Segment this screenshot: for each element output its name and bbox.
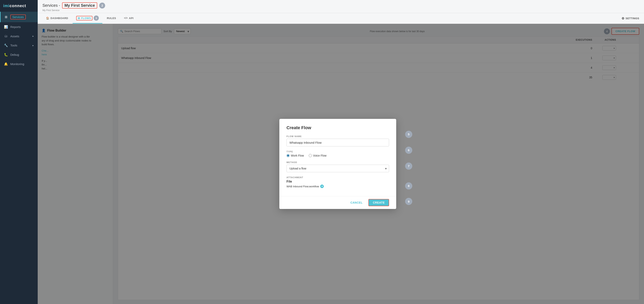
sidebar-item-label: Monitoring [10, 62, 24, 66]
tools-icon: 🔧 [4, 44, 8, 47]
content-area: 👤 Flow Builder Flow builder is a visual … [38, 24, 644, 304]
method-select[interactable]: Upload a flow Create new Import [286, 165, 389, 172]
services-icon: ⊞ [4, 15, 8, 19]
monitoring-icon: 🔔 [4, 62, 8, 66]
file-section-title: File [286, 180, 389, 183]
attachment-label: ATTACHMENT [286, 176, 389, 178]
top-header: Services - My First Service 2 My First S… [38, 0, 644, 13]
sidebar: imiconnect ⊞ Services 📊 Reports 🗂 Assets… [0, 0, 38, 304]
radio-work-input[interactable] [286, 154, 290, 157]
type-group: TYPE Work Flow Voice Flow [286, 150, 389, 157]
radio-voice-label: Voice Flow [313, 154, 326, 157]
main-area: Services - My First Service 2 My First S… [38, 0, 644, 304]
api-icon: </> [124, 17, 128, 20]
method-label: METHOD [286, 161, 389, 164]
step-badge-3: 3 [94, 16, 99, 21]
tab-dashboard[interactable]: 🏠 DASHBOARD [42, 14, 72, 22]
method-group: METHOD Upload a flow Create new Import [286, 161, 389, 172]
sidebar-item-label: Services [10, 14, 26, 20]
chevron-right-icon: ▸ [32, 35, 34, 38]
radio-group: Work Flow Voice Flow [286, 154, 389, 157]
modal-body: Create Flow FLOW NAME TYPE [279, 119, 396, 196]
file-chip: WAB Inbound Flow.workflow ✕ [286, 184, 324, 188]
file-remove-button[interactable]: ✕ [320, 184, 324, 188]
step-badge-2: 2 [99, 2, 105, 8]
tab-rules[interactable]: RULES [103, 14, 120, 22]
home-icon: 🏠 [46, 17, 50, 20]
modal-overlay: 5 6 7 8 9 Create Flow FLOW NAME [38, 24, 644, 304]
settings-label[interactable]: SETTINGS [626, 17, 639, 20]
modal-container: 5 6 7 8 9 Create Flow FLOW NAME [279, 119, 402, 209]
logo: imiconnect [0, 0, 38, 12]
cancel-button[interactable]: CANCEL [348, 200, 365, 206]
breadcrumb-sub: My First Service [42, 9, 639, 12]
sidebar-item-label: Reports [10, 25, 21, 28]
assets-icon: 🗂 [4, 34, 8, 38]
type-label: TYPE [286, 150, 389, 153]
radio-voice-flow[interactable]: Voice Flow [309, 154, 326, 157]
tab-flows[interactable]: ⊞ FLOWS 3 [72, 13, 102, 24]
radio-work-label: Work Flow [291, 154, 304, 157]
sidebar-item-monitoring[interactable]: 🔔 Monitoring [0, 59, 38, 69]
sidebar-item-reports[interactable]: 📊 Reports [0, 22, 38, 32]
modal-title: Create Flow [286, 125, 389, 130]
modal-footer: CANCEL CREATE [279, 196, 396, 209]
create-flow-modal: Create Flow FLOW NAME TYPE [279, 119, 396, 209]
step-badge-6: 6 [405, 147, 412, 154]
file-name: WAB Inbound Flow.workflow [286, 185, 319, 188]
sidebar-item-label: Tools [10, 44, 17, 47]
attachment-group: ATTACHMENT File WAB Inbound Flow.workflo… [286, 176, 389, 188]
radio-voice-input[interactable] [309, 154, 312, 157]
step-badge-7: 7 [405, 162, 412, 170]
flows-icon: ⊞ [78, 17, 80, 20]
logo-text: imiconnect [3, 4, 26, 8]
sidebar-item-assets[interactable]: 🗂 Assets ▸ [0, 32, 38, 41]
flow-name-input[interactable] [286, 139, 389, 146]
flow-name-group: FLOW NAME [286, 135, 389, 146]
reports-icon: 📊 [4, 25, 8, 29]
active-indicator [0, 12, 0, 22]
sidebar-item-label: Debug [10, 53, 19, 56]
service-name: My First Service [62, 2, 97, 8]
breadcrumb: Services - My First Service 2 [42, 2, 639, 8]
step-badge-5: 5 [405, 131, 412, 138]
flow-name-label: FLOW NAME [286, 135, 389, 138]
breadcrumb-services: Services - [42, 3, 60, 8]
step-badge-9: 9 [405, 198, 412, 205]
create-button[interactable]: CREATE [368, 199, 389, 206]
step-badge-8: 8 [405, 182, 412, 190]
debug-icon: 🐛 [4, 53, 8, 56]
sidebar-item-debug[interactable]: 🐛 Debug [0, 50, 38, 59]
tab-api[interactable]: </> API [120, 14, 137, 22]
tabs-bar: 🏠 DASHBOARD ⊞ FLOWS 3 RULES </> API ⚙ SE… [38, 13, 644, 24]
flows-tab-box: ⊞ FLOWS [76, 16, 93, 20]
sidebar-item-label: Assets [10, 34, 19, 38]
chevron-right-icon: ▸ [32, 44, 34, 47]
sidebar-nav: ⊞ Services 📊 Reports 🗂 Assets ▸ 🔧 Tools … [0, 12, 38, 304]
sidebar-item-tools[interactable]: 🔧 Tools ▸ [0, 41, 38, 50]
sidebar-item-services[interactable]: ⊞ Services [0, 12, 38, 22]
method-wrapper: Upload a flow Create new Import [286, 165, 389, 172]
radio-work-flow[interactable]: Work Flow [286, 154, 304, 157]
tabs-right: ⚙ SETTINGS [622, 16, 639, 20]
settings-icon: ⚙ [622, 16, 624, 20]
